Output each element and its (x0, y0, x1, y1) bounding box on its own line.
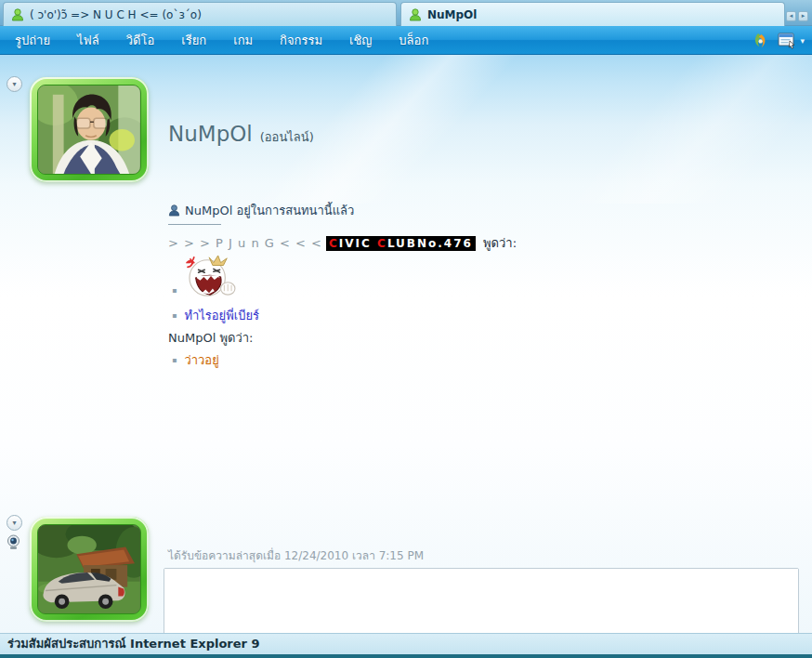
tab-numpol[interactable]: NuMpOl (400, 2, 785, 26)
messenger-logo-icon[interactable] (751, 32, 769, 50)
tab-label: ( ɔ'o')ɔ̃ => N U C H <= (o`з´o) (30, 8, 202, 21)
menu-dropdown-caret-icon[interactable]: ▾ (800, 36, 805, 46)
chat-header: NuMpOl (ออนไลน์) (168, 122, 314, 147)
window-menu-icon[interactable] (777, 33, 797, 49)
menu-item-files[interactable]: ไฟล์ (77, 31, 119, 50)
sender-line: NuMpOl พูดว่า: (168, 328, 786, 348)
promo-text: ร่วมสัมผัสประสบการณ์ Internet Explorer 9 (7, 637, 260, 651)
menu-right-icons: ▾ (751, 26, 805, 55)
menu-item-block[interactable]: บล็อก (399, 31, 448, 50)
window-bottom-edge (0, 654, 812, 658)
compose-area: ▾ ▾ (164, 568, 799, 633)
message-text: ว่าวอยู่ (184, 350, 218, 370)
self-avatar[interactable] (30, 517, 149, 622)
contact-name: NuMpOl (168, 122, 253, 146)
contact-presence: (ออนไลน์) (260, 127, 314, 147)
collapse-self-avatar-icon[interactable]: ▾ (7, 515, 22, 531)
message-input[interactable] (164, 569, 798, 633)
sender-name-prefix: > > > P J u n G < < < (168, 236, 322, 250)
message-row-emoticon: ▪ (168, 255, 786, 299)
menu-item-video[interactable]: วิดีโอ (126, 31, 175, 50)
tab-nav-arrows: ◂ ▸ (786, 11, 808, 21)
message-row: ▪ ว่าวอยู่ (168, 350, 786, 370)
menu-item-activities[interactable]: กิจกรรม (280, 31, 342, 50)
sender-line: > > > P J u n G < < < CIVIC CLUBNo.476 พ… (168, 233, 786, 253)
remote-avatar[interactable] (30, 77, 149, 182)
joined-status-row: NuMpOl อยู่ในการสนทนานี้แล้ว (168, 202, 786, 218)
tab-nuch[interactable]: ( ɔ'o')ɔ̃ => N U C H <= (o`з´o) (3, 2, 397, 26)
message-text: ทำไรอยู่พี่เบียร์ (184, 306, 259, 325)
menu-item-games[interactable]: เกม (233, 31, 272, 50)
menu-item-invite[interactable]: เชิญ (349, 31, 391, 50)
says-label: พูดว่า: (483, 236, 517, 250)
message-history: NuMpOl อยู่ในการสนทนานี้แล้ว > > > P J u… (168, 202, 786, 370)
last-received-timestamp: ได้รับข้อความล่าสุดเมื่อ 12/24/2010 เวลา… (168, 546, 424, 564)
tab-nav-right-icon[interactable]: ▸ (798, 11, 808, 21)
bullet-icon: ▪ (172, 287, 177, 295)
message-row: ▪ ทำไรอยู่พี่เบียร์ (168, 306, 786, 325)
menu-items: รูปถ่าย ไฟล์ วิดีโอ เรียก เกม กิจกรรม เช… (0, 31, 455, 50)
bullet-icon: ▪ (172, 357, 177, 364)
tab-nav-left-icon[interactable]: ◂ (786, 11, 796, 21)
promo-statusbar[interactable]: ร่วมสัมผัสประสบการณ์ Internet Explorer 9 (0, 633, 812, 654)
screaming-emoticon (184, 255, 238, 299)
bullet-icon: ▪ (172, 312, 177, 320)
remote-avatar-photo (37, 85, 141, 175)
buddy-icon (168, 204, 180, 217)
tab-label: NuMpOl (427, 8, 477, 21)
webcam-icon[interactable] (6, 534, 21, 550)
sender-name-highlight: CIVIC CLUBNo.476 (326, 236, 476, 251)
divider (168, 224, 221, 225)
joined-status-text: NuMpOl อยู่ในการสนทนานี้แล้ว (185, 201, 354, 220)
buddy-icon (409, 8, 422, 21)
header-streak (527, 55, 812, 204)
conversation-tabbar: ( ɔ'o')ɔ̃ => N U C H <= (o`з´o) NuMpOl ◂… (0, 0, 812, 26)
self-avatar-photo (37, 524, 141, 614)
menu-item-photos[interactable]: รูปถ่าย (15, 31, 70, 50)
collapse-remote-avatar-icon[interactable]: ▾ (7, 76, 22, 92)
buddy-icon (11, 8, 24, 21)
messenger-window: ( ɔ'o')ɔ̃ => N U C H <= (o`з´o) NuMpOl ◂… (0, 0, 812, 658)
menu-item-call[interactable]: เรียก (181, 31, 226, 50)
conversation-area: ▾ (0, 55, 812, 633)
menu-bar: รูปถ่าย ไฟล์ วิดีโอ เรียก เกม กิจกรรม เช… (0, 26, 812, 55)
